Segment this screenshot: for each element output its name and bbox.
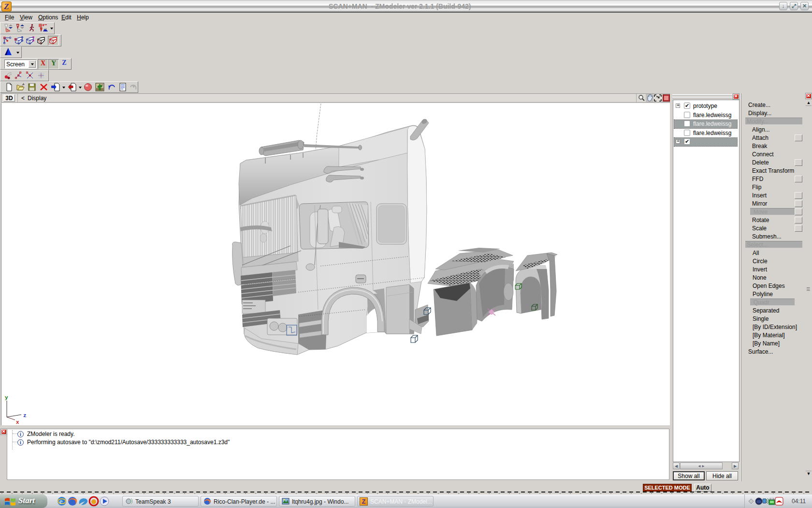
svg-text:e: e	[59, 498, 62, 505]
svg-text:z: z	[23, 413, 27, 418]
svg-text:x: x	[16, 419, 19, 425]
svg-text:c: c	[102, 83, 103, 86]
svg-text:((·)): ((·))	[769, 497, 774, 500]
svg-text:y: y	[5, 395, 8, 401]
